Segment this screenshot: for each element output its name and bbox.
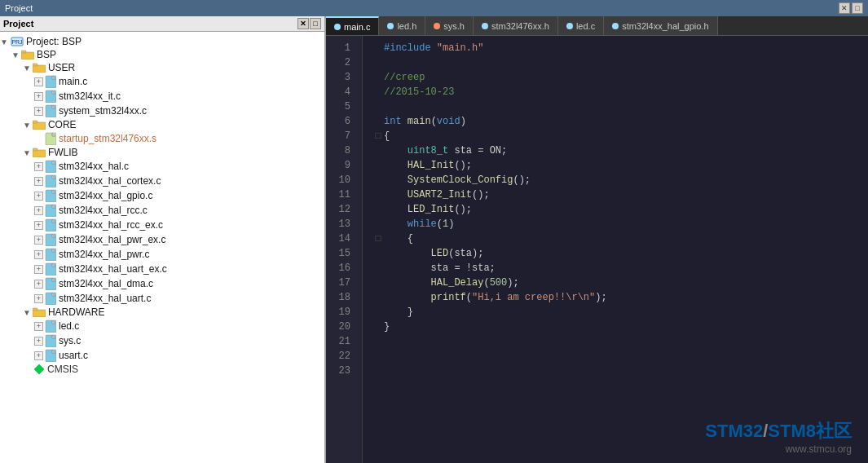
file-expand-btn[interactable]: + bbox=[34, 221, 43, 230]
tree-item-stm32l4xx-hal-cortex-c[interactable]: + stm32l4xx_hal_cortex.c bbox=[0, 174, 324, 188]
line-number-13: 13 bbox=[326, 217, 355, 232]
tree-item-usart-c[interactable]: + usart.c bbox=[0, 348, 324, 363]
file-expand-btn[interactable]: + bbox=[34, 162, 43, 171]
tree-item-hardware[interactable]: ▼ HARDWARE bbox=[0, 306, 324, 319]
code-line-5 bbox=[372, 99, 868, 114]
svg-rect-38 bbox=[33, 310, 46, 317]
tree-label: stm32l4xx_hal_rcc.c bbox=[59, 205, 148, 216]
file-expand-btn[interactable]: + bbox=[34, 250, 43, 259]
line-number-22: 22 bbox=[326, 349, 355, 364]
tree-item-stm32l4xx-it-c[interactable]: + stm32l4xx_it.c bbox=[0, 89, 324, 104]
code-text-18: printf("Hi,i am creep!!\r\n"); bbox=[384, 290, 868, 305]
file-expand-btn[interactable]: + bbox=[34, 322, 43, 331]
tree-item-stm32l4xx-hal-dma-c[interactable]: + stm32l4xx_hal_dma.c bbox=[0, 276, 324, 291]
svg-rect-16 bbox=[33, 150, 46, 157]
file-expand-btn[interactable]: + bbox=[34, 177, 43, 186]
tree-item-stm32l4xx-hal-pwr-c[interactable]: + stm32l4xx_hal_pwr.c bbox=[0, 247, 324, 262]
tree-item-stm32l4xx-hal-uart-c[interactable]: + stm32l4xx_hal_uart.c bbox=[0, 291, 324, 306]
tree-item-bsp[interactable]: ▼ BSP bbox=[0, 48, 324, 61]
code-text-14: { bbox=[384, 232, 868, 246]
code-text-10: SystemClock_Config(); bbox=[384, 173, 868, 187]
tree-label: stm32l4xx_hal_pwr_ex.c bbox=[59, 234, 165, 245]
code-content[interactable]: #include "main.h" //creep//2015-10-23 in… bbox=[363, 36, 868, 463]
tree-item-cmsis[interactable]: CMSIS bbox=[0, 363, 324, 376]
tree-item-stm32l4xx-hal-rcc-ex-c[interactable]: + stm32l4xx_hal_rcc_ex.c bbox=[0, 218, 324, 232]
svg-rect-13 bbox=[33, 121, 37, 123]
tree-item-stm32l4xx-hal-rcc-c[interactable]: + stm32l4xx_hal_rcc.c bbox=[0, 203, 324, 218]
svg-text:PRJ: PRJ bbox=[11, 39, 22, 45]
tree-item-core[interactable]: ▼ CORE bbox=[0, 118, 324, 131]
title-bar: Project ✕ □ bbox=[0, 0, 868, 16]
file-expand-btn[interactable]: + bbox=[34, 236, 43, 245]
file-expand-btn[interactable]: + bbox=[34, 192, 43, 201]
file-expand-btn[interactable]: + bbox=[34, 77, 43, 86]
project-panel: Project ✕ □ ▼PRJProject: BSP▼ BSP▼ USER+… bbox=[0, 16, 326, 463]
tree-label: stm32l4xx_hal_dma.c bbox=[59, 278, 153, 289]
close-icon[interactable]: ✕ bbox=[839, 2, 850, 14]
line-numbers: 1234567891011121314151617181920212223 bbox=[326, 36, 363, 463]
svg-rect-10 bbox=[46, 105, 56, 117]
panel-max-btn[interactable]: □ bbox=[310, 18, 321, 29]
code-text-19: } bbox=[384, 305, 868, 320]
tab-stm32l4xx_hal_gpio_h[interactable]: stm32l4xx_hal_gpio.h bbox=[604, 16, 717, 35]
tree-label: stm32l4xx_hal_uart.c bbox=[59, 293, 151, 304]
tree-label: CORE bbox=[48, 119, 77, 130]
code-text-6: int main(void) bbox=[384, 114, 868, 129]
file-expand-btn[interactable]: + bbox=[34, 206, 43, 215]
code-text-8: uint8_t sta = ON; bbox=[384, 143, 868, 158]
tab-led_c[interactable]: led.c bbox=[558, 16, 604, 35]
tree-item-project-bsp[interactable]: ▼PRJProject: BSP bbox=[0, 35, 324, 48]
tree-item-main-c[interactable]: + main.c bbox=[0, 74, 324, 89]
expand-icon: ▼ bbox=[11, 51, 20, 60]
code-text-13: while(1) bbox=[384, 217, 868, 232]
panel-close-btn[interactable]: ✕ bbox=[297, 18, 309, 29]
svg-rect-39 bbox=[33, 308, 37, 311]
code-text-4: //2015-10-23 bbox=[384, 85, 868, 99]
tree-item-sys-c[interactable]: + sys.c bbox=[0, 333, 324, 348]
svg-rect-36 bbox=[46, 293, 56, 305]
file-expand-btn[interactable]: + bbox=[34, 107, 43, 116]
tree-item-system-stm32l4xx-c[interactable]: + system_stm32l4xx.c bbox=[0, 104, 324, 118]
tree-item-fwlib[interactable]: ▼ FWLIB bbox=[0, 146, 324, 159]
tree-item-led-c[interactable]: + led.c bbox=[0, 319, 324, 333]
maximize-icon[interactable]: □ bbox=[852, 2, 863, 14]
file-expand-btn[interactable]: + bbox=[34, 265, 43, 274]
svg-rect-17 bbox=[33, 148, 37, 151]
tab-sys_h[interactable]: sys.h bbox=[425, 16, 474, 35]
tree-item-stm32l4xx-hal-gpio-c[interactable]: + stm32l4xx_hal_gpio.c bbox=[0, 188, 324, 203]
code-text-23 bbox=[384, 364, 868, 378]
tab-led_h[interactable]: led.h bbox=[379, 16, 425, 35]
file-expand-btn[interactable]: + bbox=[34, 337, 43, 346]
code-line-16: sta = !sta; bbox=[372, 261, 868, 276]
project-panel-title: Project bbox=[3, 19, 33, 29]
tree-item-stm32l4xx-hal-c[interactable]: + stm32l4xx_hal.c bbox=[0, 159, 324, 174]
expand-icon: ▼ bbox=[23, 121, 31, 130]
tab-main_c[interactable]: main.c bbox=[326, 16, 379, 35]
tree-label: usart.c bbox=[59, 350, 88, 361]
code-line-9: HAL_Init(); bbox=[372, 158, 868, 173]
line-number-4: 4 bbox=[326, 85, 355, 99]
expand-icon: ▼ bbox=[23, 64, 31, 73]
file-expand-btn[interactable]: + bbox=[34, 92, 43, 101]
fold-gutter[interactable]: □ bbox=[372, 232, 384, 246]
file-expand-btn[interactable]: + bbox=[34, 351, 43, 360]
tab-stm32l476xx_h[interactable]: stm32l476xx.h bbox=[474, 16, 558, 35]
file-expand-btn[interactable]: + bbox=[34, 294, 43, 303]
tree-item-stm32l4xx-hal-uart-ex-c[interactable]: + stm32l4xx_hal_uart_ex.c bbox=[0, 262, 324, 276]
expand-icon: ▼ bbox=[23, 148, 31, 157]
code-line-17: HAL_Delay(500); bbox=[372, 276, 868, 290]
svg-rect-6 bbox=[46, 76, 56, 88]
tree-item-startup[interactable]: startup_stm32l476xx.s bbox=[0, 131, 324, 146]
tab-dot bbox=[566, 23, 573, 29]
code-text-21 bbox=[384, 334, 868, 349]
svg-rect-42 bbox=[46, 335, 56, 347]
tree-item-stm32l4xx-hal-pwr-ex-c[interactable]: + stm32l4xx_hal_pwr_ex.c bbox=[0, 232, 324, 247]
code-line-18: printf("Hi,i am creep!!\r\n"); bbox=[372, 290, 868, 305]
fold-gutter[interactable]: □ bbox=[372, 129, 384, 143]
file-expand-btn[interactable]: + bbox=[34, 280, 43, 289]
code-line-4: //2015-10-23 bbox=[372, 85, 868, 99]
code-line-22 bbox=[372, 349, 868, 364]
code-text-12: LED_Init(); bbox=[384, 202, 868, 217]
tree-item-user[interactable]: ▼ USER bbox=[0, 61, 324, 74]
svg-rect-3 bbox=[21, 51, 26, 53]
